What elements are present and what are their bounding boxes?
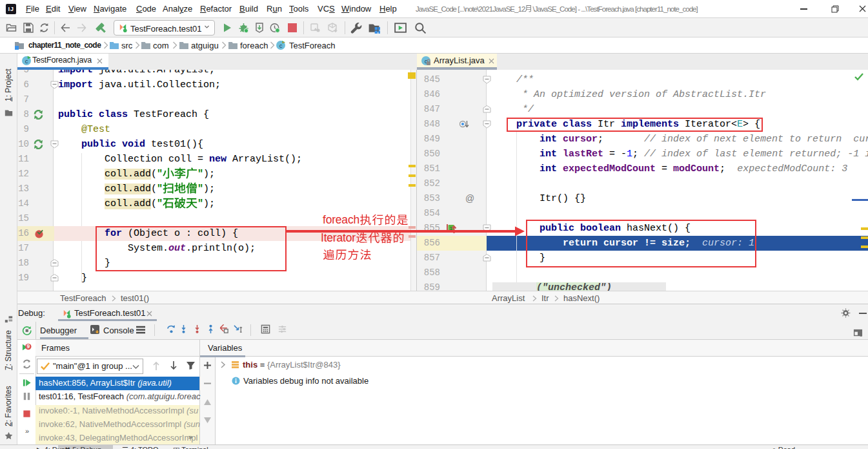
svg-text:9: 9 [27,343,30,350]
